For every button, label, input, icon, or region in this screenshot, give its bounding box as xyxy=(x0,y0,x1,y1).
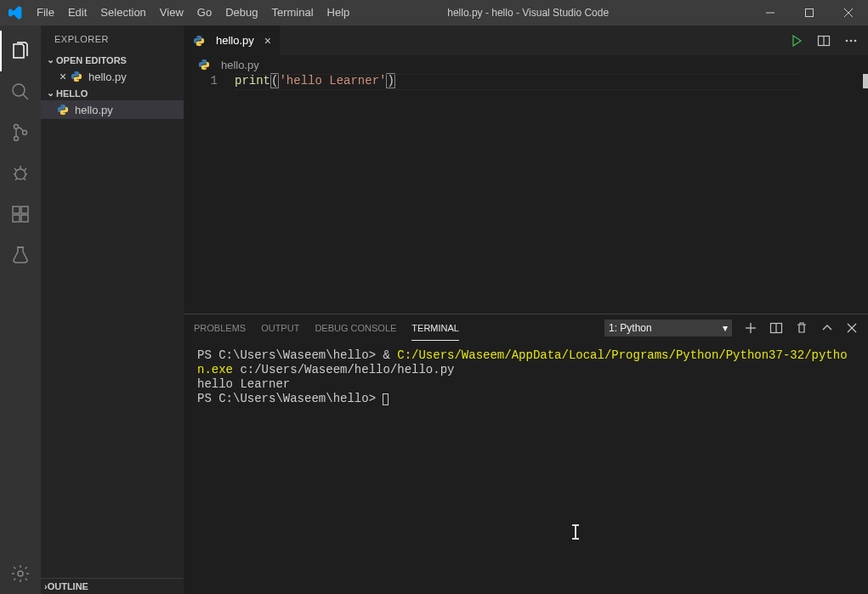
svg-line-5 xyxy=(23,94,28,99)
open-editors-section[interactable]: ⌄ OPEN EDITORS xyxy=(41,53,184,67)
svg-rect-17 xyxy=(13,206,20,213)
panel: PROBLEMS OUTPUT DEBUG CONSOLE TERMINAL 1… xyxy=(184,314,868,594)
svg-line-11 xyxy=(14,168,17,171)
sidebar-title: EXPLORER xyxy=(41,25,184,53)
svg-point-22 xyxy=(18,571,23,576)
menu-view[interactable]: View xyxy=(153,0,190,25)
menu-file[interactable]: File xyxy=(30,0,61,25)
window-title: hello.py - hello - Visual Studio Code xyxy=(356,7,751,19)
menu-edit[interactable]: Edit xyxy=(61,0,94,25)
code-content[interactable]: print('hello Learner') xyxy=(235,74,868,314)
editor-group: hello.py × hello.py xyxy=(184,25,868,594)
activity-explorer-icon[interactable] xyxy=(0,31,41,71)
window-maximize-button[interactable] xyxy=(790,0,829,25)
svg-line-12 xyxy=(24,168,26,171)
terminal-prompt: PS C:\Users\Waseem\hello> xyxy=(197,392,383,405)
line-highlight xyxy=(235,74,800,90)
menu-debug[interactable]: Debug xyxy=(218,0,264,25)
svg-rect-20 xyxy=(21,206,28,213)
activity-debug-icon[interactable] xyxy=(0,153,41,194)
terminal-selector[interactable]: 1: Python ▾ xyxy=(604,320,732,337)
activity-bar xyxy=(0,25,41,594)
terminal-cursor xyxy=(383,393,389,405)
terminal-arg: c:/Users/Waseem/hello/hello.py xyxy=(233,363,454,376)
maximize-panel-icon[interactable] xyxy=(820,321,834,335)
line-numbers: 1 xyxy=(184,74,235,314)
panel-tab-problems[interactable]: PROBLEMS xyxy=(194,316,246,340)
title-bar: File Edit Selection View Go Debug Termin… xyxy=(0,0,868,25)
svg-point-27 xyxy=(854,39,857,42)
svg-rect-1 xyxy=(806,9,814,17)
file-tree-item[interactable]: hello.py xyxy=(41,100,184,119)
folder-label: HELLO xyxy=(56,88,88,99)
svg-point-6 xyxy=(14,125,19,129)
chevron-down-icon: ⌄ xyxy=(44,88,56,99)
editor-actions xyxy=(790,25,868,55)
activity-extensions-icon[interactable] xyxy=(0,194,41,235)
terminal[interactable]: PS C:\Users\Waseem\hello> & C:/Users/Was… xyxy=(184,342,868,594)
window-close-button[interactable] xyxy=(829,0,868,25)
minimap[interactable] xyxy=(863,74,868,88)
dropdown-icon: ▾ xyxy=(723,322,728,334)
window-minimize-button[interactable] xyxy=(751,0,790,25)
svg-point-26 xyxy=(850,39,853,42)
python-file-icon xyxy=(192,34,206,48)
activity-search-icon[interactable] xyxy=(0,71,41,112)
python-file-icon xyxy=(56,103,70,116)
new-terminal-icon[interactable] xyxy=(744,321,757,335)
breadcrumb-file: hello.py xyxy=(221,59,259,71)
trash-icon[interactable] xyxy=(795,321,808,335)
python-file-icon xyxy=(197,58,211,71)
file-tree-filename: hello.py xyxy=(75,104,113,116)
svg-point-4 xyxy=(13,84,25,96)
line-number: 1 xyxy=(184,74,218,88)
svg-rect-19 xyxy=(21,215,28,222)
terminal-selector-label: 1: Python xyxy=(609,322,652,334)
open-editors-label: OPEN EDITORS xyxy=(56,55,127,65)
sidebar: EXPLORER ⌄ OPEN EDITORS × hello.py ⌄ HEL… xyxy=(41,25,184,594)
split-terminal-icon[interactable] xyxy=(769,321,783,335)
folder-section[interactable]: ⌄ HELLO xyxy=(41,86,184,100)
text-cursor-icon xyxy=(575,524,576,540)
panel-tab-debug-console[interactable]: DEBUG CONSOLE xyxy=(315,316,396,340)
svg-line-16 xyxy=(24,178,26,180)
close-icon[interactable]: × xyxy=(56,70,70,83)
panel-tab-output[interactable]: OUTPUT xyxy=(261,316,299,340)
terminal-text: & xyxy=(383,348,397,362)
run-icon[interactable] xyxy=(790,34,803,48)
svg-line-15 xyxy=(15,178,17,180)
panel-tabs: PROBLEMS OUTPUT DEBUG CONSOLE TERMINAL 1… xyxy=(184,314,868,342)
menu-selection[interactable]: Selection xyxy=(94,0,152,25)
window-controls xyxy=(751,0,868,25)
terminal-output: hello Learner xyxy=(197,377,290,391)
activity-source-control-icon[interactable] xyxy=(0,112,41,153)
panel-tab-terminal[interactable]: TERMINAL xyxy=(411,316,459,341)
close-panel-icon[interactable] xyxy=(846,322,858,334)
editor-tab-label: hello.py xyxy=(216,34,254,47)
activity-settings-icon[interactable] xyxy=(0,553,41,594)
menu-terminal[interactable]: Terminal xyxy=(264,0,320,25)
chevron-down-icon: ⌄ xyxy=(44,54,56,65)
menu-go[interactable]: Go xyxy=(190,0,218,25)
svg-point-25 xyxy=(846,39,848,42)
python-file-icon xyxy=(70,70,83,83)
svg-point-7 xyxy=(14,137,19,141)
editor-tabs: hello.py × xyxy=(184,25,868,55)
editor[interactable]: 1 print('hello Learner') xyxy=(184,74,868,314)
menu-help[interactable]: Help xyxy=(321,0,357,25)
menu-bar: File Edit Selection View Go Debug Termin… xyxy=(30,0,356,25)
more-icon[interactable] xyxy=(844,34,858,48)
activity-test-icon[interactable] xyxy=(0,235,41,275)
svg-point-8 xyxy=(23,131,27,135)
outline-label: OUTLINE xyxy=(48,581,88,591)
editor-tab[interactable]: hello.py × xyxy=(184,25,281,55)
open-editor-item[interactable]: × hello.py xyxy=(41,67,184,86)
outline-section[interactable]: › OUTLINE xyxy=(41,578,184,594)
close-icon[interactable]: × xyxy=(264,34,271,48)
open-editor-filename: hello.py xyxy=(88,71,127,83)
svg-rect-18 xyxy=(13,215,20,222)
vscode-logo-icon xyxy=(0,6,30,20)
split-editor-icon[interactable] xyxy=(817,34,831,48)
breadcrumb[interactable]: hello.py xyxy=(184,55,868,74)
terminal-prompt: PS C:\Users\Waseem\hello> xyxy=(197,348,383,362)
